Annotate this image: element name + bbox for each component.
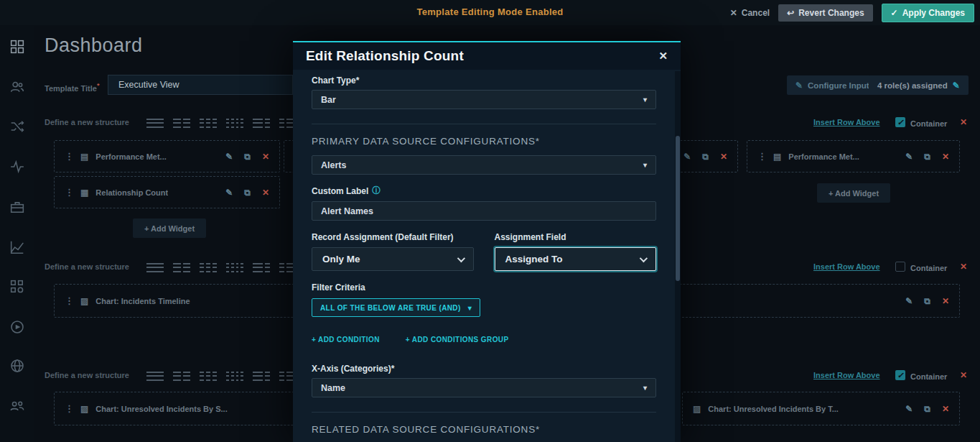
drag-handle-icon[interactable]: ⋮	[65, 151, 73, 162]
chart-type-value: Bar	[321, 95, 336, 105]
widget-title: Chart: Incidents Timeline	[95, 297, 190, 305]
modal-title: Edit Relationship Count	[306, 48, 464, 64]
delete-row-icon[interactable]: ✕	[960, 117, 967, 127]
caret-down-icon: ▾	[468, 304, 472, 312]
template-title-input[interactable]	[108, 75, 293, 95]
assignment-field-select[interactable]: Assigned To	[495, 247, 657, 271]
shuffle-icon[interactable]	[10, 119, 24, 134]
delete-widget-icon[interactable]: ✕	[942, 296, 949, 306]
edit-widget-icon[interactable]: ✎	[905, 296, 913, 306]
caret-down-icon: ▾	[643, 161, 647, 169]
delete-row-icon[interactable]: ✕	[960, 370, 967, 380]
roles-assigned-label: 4 role(s) assigned	[877, 81, 948, 90]
layout-3col-icon[interactable]	[200, 263, 217, 272]
insert-row-above-link[interactable]: Insert Row Above	[813, 262, 880, 271]
copy-widget-icon[interactable]: ⧉	[244, 152, 251, 162]
condition-links: + ADD CONDITION + ADD CONDITIONS GROUP	[312, 336, 656, 344]
apply-changes-button[interactable]: ✓ Apply Changes	[882, 4, 974, 22]
drag-handle-icon[interactable]: ⋮	[757, 151, 766, 162]
layout-3col-icon[interactable]	[200, 372, 217, 381]
delete-widget-icon[interactable]: ✕	[720, 152, 727, 162]
delete-widget-icon[interactable]: ✕	[262, 152, 269, 162]
add-conditions-group-link[interactable]: + ADD CONDITIONS GROUP	[406, 336, 509, 344]
container-checkbox[interactable]: ✓	[895, 117, 905, 127]
drag-handle-icon[interactable]: ⋮	[65, 403, 73, 414]
edit-widget-icon[interactable]: ✎	[905, 404, 913, 414]
revert-label: Revert Changes	[798, 8, 864, 18]
edit-widget-icon[interactable]: ✎	[225, 152, 233, 162]
close-icon: ✕	[730, 8, 737, 18]
line-chart-icon[interactable]	[10, 240, 24, 254]
delete-widget-icon[interactable]: ✕	[262, 188, 269, 198]
revert-changes-button[interactable]: ↩ Revert Changes	[778, 4, 872, 22]
chart-type-select[interactable]: Bar ▾	[312, 90, 656, 109]
layout-1col-icon[interactable]	[146, 263, 164, 272]
users-icon[interactable]	[10, 80, 24, 94]
drag-handle-icon[interactable]: ⋮	[65, 295, 73, 306]
layout-2col-icon[interactable]	[173, 263, 190, 272]
edit-widget-icon[interactable]: ✎	[225, 188, 233, 198]
modal-scrollbar-track[interactable]	[675, 71, 681, 442]
modal-scrollbar-thumb[interactable]	[676, 136, 680, 281]
chart-widget-icon: ▨	[80, 404, 88, 414]
record-assignment-select[interactable]: Only Me	[312, 247, 474, 271]
dashboard-icon[interactable]	[10, 40, 24, 54]
info-icon[interactable]: ⓘ	[372, 185, 381, 197]
layout-2col-icon[interactable]	[173, 372, 190, 381]
layout-4col-icon[interactable]	[226, 372, 243, 381]
left-sidebar	[0, 25, 34, 442]
primary-source-select[interactable]: Alerts ▾	[312, 155, 656, 175]
add-widget-button[interactable]: + Add Widget	[133, 218, 206, 238]
assignment-field-label: Assignment Field	[495, 232, 657, 242]
layout-2col-icon[interactable]	[173, 119, 190, 128]
layout-wide-narrow-icon[interactable]	[253, 372, 270, 381]
drag-handle-icon[interactable]: ⋮	[65, 187, 73, 198]
delete-row-icon[interactable]: ✕	[960, 262, 967, 272]
widget-title: Performance Met...	[95, 152, 166, 161]
layout-1col-icon[interactable]	[146, 119, 164, 128]
copy-widget-icon[interactable]: ⧉	[924, 296, 930, 306]
delete-widget-icon[interactable]: ✕	[942, 152, 949, 162]
delete-widget-icon[interactable]: ✕	[942, 404, 949, 414]
briefcase-icon[interactable]	[10, 200, 24, 214]
target-icon[interactable]	[10, 320, 24, 334]
layout-3col-icon[interactable]	[200, 119, 217, 128]
primary-section-title: PRIMARY DATA SOURCE CONFIGURATIONS*	[312, 136, 656, 147]
add-condition-link[interactable]: + ADD CONDITION	[312, 336, 380, 344]
roles-assigned-button[interactable]: 4 role(s) assigned ✎	[869, 75, 969, 95]
copy-widget-icon[interactable]: ⧉	[702, 152, 709, 162]
layout-wide-narrow-icon[interactable]	[253, 263, 270, 272]
assignment-field-value: Assigned To	[505, 254, 563, 264]
x-axis-select[interactable]: Name ▾	[312, 378, 656, 397]
insert-row-above-link[interactable]: Insert Row Above	[813, 371, 880, 379]
x-axis-label: X-Axis (Categories)*	[312, 364, 656, 374]
layout-1col-icon[interactable]	[146, 372, 164, 381]
globe-icon[interactable]	[10, 359, 24, 373]
activity-icon[interactable]	[10, 160, 24, 174]
widget-title: Relationship Count	[95, 188, 168, 197]
container-label: Container	[910, 119, 947, 128]
modal-header: Edit Relationship Count ✕	[293, 42, 681, 70]
container-checkbox[interactable]: ✓	[895, 370, 905, 380]
insert-row-above-link[interactable]: Insert Row Above	[813, 118, 880, 126]
widget-title: Chart: Unresolved Incidents By T...	[708, 405, 839, 413]
layout-wide-narrow-icon[interactable]	[253, 119, 270, 128]
layout-options-row-3	[146, 372, 297, 381]
layout-4col-icon[interactable]	[226, 263, 243, 272]
apps-icon[interactable]	[10, 280, 24, 294]
copy-widget-icon[interactable]: ⧉	[924, 152, 930, 162]
filter-operator-button[interactable]: ALL OF THE BELOW ARE TRUE (AND) ▾	[312, 298, 480, 317]
edit-widget-icon[interactable]: ✎	[905, 152, 913, 162]
container-checkbox[interactable]	[895, 262, 905, 272]
editing-mode-banner: Template Editing Mode Enabled	[416, 6, 563, 17]
cancel-button[interactable]: ✕ Cancel	[730, 8, 770, 18]
copy-widget-icon[interactable]: ⧉	[244, 188, 251, 198]
close-icon[interactable]: ✕	[658, 50, 668, 63]
team-icon[interactable]	[10, 399, 24, 413]
copy-widget-icon[interactable]: ⧉	[924, 404, 930, 414]
add-widget-button[interactable]: + Add Widget	[817, 183, 890, 203]
section-divider	[312, 124, 656, 124]
custom-label-input[interactable]	[312, 201, 656, 221]
edit-widget-icon[interactable]: ✎	[683, 152, 691, 162]
layout-4col-icon[interactable]	[226, 119, 243, 128]
